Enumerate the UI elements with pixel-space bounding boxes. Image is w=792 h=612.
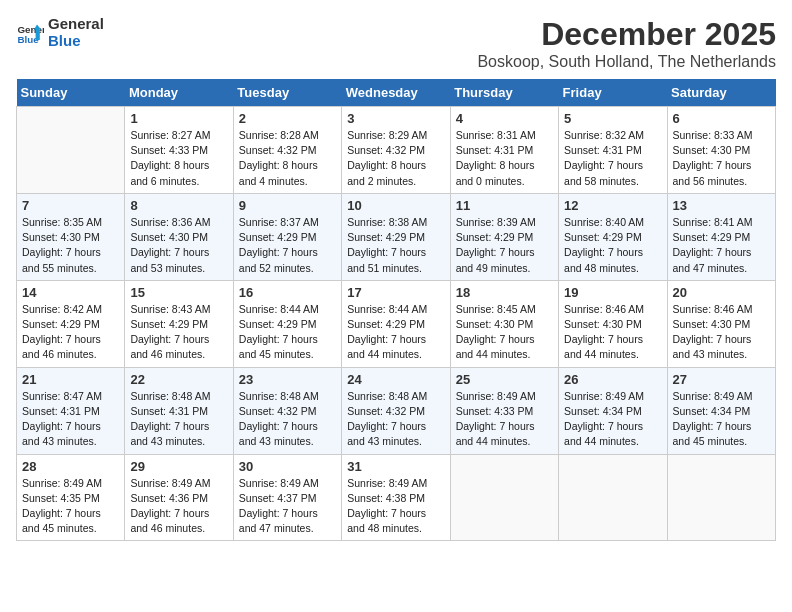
calendar-cell: 10Sunrise: 8:38 AM Sunset: 4:29 PM Dayli…: [342, 193, 450, 280]
day-number: 2: [239, 111, 336, 126]
day-info: Sunrise: 8:46 AM Sunset: 4:30 PM Dayligh…: [564, 302, 661, 363]
day-number: 15: [130, 285, 227, 300]
day-info: Sunrise: 8:46 AM Sunset: 4:30 PM Dayligh…: [673, 302, 770, 363]
calendar-body: 1Sunrise: 8:27 AM Sunset: 4:33 PM Daylig…: [17, 107, 776, 541]
day-info: Sunrise: 8:44 AM Sunset: 4:29 PM Dayligh…: [239, 302, 336, 363]
calendar-cell: [667, 454, 775, 541]
day-number: 8: [130, 198, 227, 213]
calendar-cell: 30Sunrise: 8:49 AM Sunset: 4:37 PM Dayli…: [233, 454, 341, 541]
day-info: Sunrise: 8:48 AM Sunset: 4:32 PM Dayligh…: [239, 389, 336, 450]
calendar-week-row: 21Sunrise: 8:47 AM Sunset: 4:31 PM Dayli…: [17, 367, 776, 454]
month-title: December 2025: [477, 16, 776, 53]
calendar-cell: 18Sunrise: 8:45 AM Sunset: 4:30 PM Dayli…: [450, 280, 558, 367]
calendar-cell: 7Sunrise: 8:35 AM Sunset: 4:30 PM Daylig…: [17, 193, 125, 280]
day-number: 5: [564, 111, 661, 126]
calendar-week-row: 14Sunrise: 8:42 AM Sunset: 4:29 PM Dayli…: [17, 280, 776, 367]
weekday-header: Saturday: [667, 79, 775, 107]
calendar-cell: 14Sunrise: 8:42 AM Sunset: 4:29 PM Dayli…: [17, 280, 125, 367]
logo-icon: General Blue: [16, 19, 44, 47]
calendar-cell: 5Sunrise: 8:32 AM Sunset: 4:31 PM Daylig…: [559, 107, 667, 194]
calendar-cell: 19Sunrise: 8:46 AM Sunset: 4:30 PM Dayli…: [559, 280, 667, 367]
calendar-cell: [559, 454, 667, 541]
day-number: 4: [456, 111, 553, 126]
day-number: 29: [130, 459, 227, 474]
day-number: 11: [456, 198, 553, 213]
day-info: Sunrise: 8:49 AM Sunset: 4:33 PM Dayligh…: [456, 389, 553, 450]
calendar-cell: 25Sunrise: 8:49 AM Sunset: 4:33 PM Dayli…: [450, 367, 558, 454]
logo-line2: Blue: [48, 33, 104, 50]
day-number: 24: [347, 372, 444, 387]
calendar-cell: 4Sunrise: 8:31 AM Sunset: 4:31 PM Daylig…: [450, 107, 558, 194]
title-block: December 2025 Boskoop, South Holland, Th…: [477, 16, 776, 71]
location-subtitle: Boskoop, South Holland, The Netherlands: [477, 53, 776, 71]
day-number: 6: [673, 111, 770, 126]
calendar-cell: 17Sunrise: 8:44 AM Sunset: 4:29 PM Dayli…: [342, 280, 450, 367]
day-info: Sunrise: 8:49 AM Sunset: 4:34 PM Dayligh…: [564, 389, 661, 450]
day-number: 20: [673, 285, 770, 300]
calendar-week-row: 1Sunrise: 8:27 AM Sunset: 4:33 PM Daylig…: [17, 107, 776, 194]
calendar-cell: 28Sunrise: 8:49 AM Sunset: 4:35 PM Dayli…: [17, 454, 125, 541]
day-number: 13: [673, 198, 770, 213]
calendar-cell: 12Sunrise: 8:40 AM Sunset: 4:29 PM Dayli…: [559, 193, 667, 280]
day-number: 30: [239, 459, 336, 474]
calendar-cell: 9Sunrise: 8:37 AM Sunset: 4:29 PM Daylig…: [233, 193, 341, 280]
day-number: 25: [456, 372, 553, 387]
day-info: Sunrise: 8:49 AM Sunset: 4:38 PM Dayligh…: [347, 476, 444, 537]
day-info: Sunrise: 8:31 AM Sunset: 4:31 PM Dayligh…: [456, 128, 553, 189]
day-info: Sunrise: 8:27 AM Sunset: 4:33 PM Dayligh…: [130, 128, 227, 189]
day-number: 28: [22, 459, 119, 474]
day-number: 26: [564, 372, 661, 387]
day-info: Sunrise: 8:35 AM Sunset: 4:30 PM Dayligh…: [22, 215, 119, 276]
day-number: 19: [564, 285, 661, 300]
day-number: 18: [456, 285, 553, 300]
day-info: Sunrise: 8:39 AM Sunset: 4:29 PM Dayligh…: [456, 215, 553, 276]
calendar-cell: 3Sunrise: 8:29 AM Sunset: 4:32 PM Daylig…: [342, 107, 450, 194]
logo: General Blue General Blue: [16, 16, 104, 49]
day-info: Sunrise: 8:47 AM Sunset: 4:31 PM Dayligh…: [22, 389, 119, 450]
calendar-cell: [17, 107, 125, 194]
day-info: Sunrise: 8:38 AM Sunset: 4:29 PM Dayligh…: [347, 215, 444, 276]
day-number: 7: [22, 198, 119, 213]
day-info: Sunrise: 8:29 AM Sunset: 4:32 PM Dayligh…: [347, 128, 444, 189]
day-info: Sunrise: 8:43 AM Sunset: 4:29 PM Dayligh…: [130, 302, 227, 363]
calendar-cell: 29Sunrise: 8:49 AM Sunset: 4:36 PM Dayli…: [125, 454, 233, 541]
calendar-cell: 26Sunrise: 8:49 AM Sunset: 4:34 PM Dayli…: [559, 367, 667, 454]
day-info: Sunrise: 8:49 AM Sunset: 4:36 PM Dayligh…: [130, 476, 227, 537]
day-number: 21: [22, 372, 119, 387]
day-info: Sunrise: 8:49 AM Sunset: 4:37 PM Dayligh…: [239, 476, 336, 537]
day-number: 9: [239, 198, 336, 213]
day-number: 17: [347, 285, 444, 300]
calendar-table: SundayMondayTuesdayWednesdayThursdayFrid…: [16, 79, 776, 541]
day-info: Sunrise: 8:49 AM Sunset: 4:35 PM Dayligh…: [22, 476, 119, 537]
weekday-header: Monday: [125, 79, 233, 107]
calendar-cell: 22Sunrise: 8:48 AM Sunset: 4:31 PM Dayli…: [125, 367, 233, 454]
day-info: Sunrise: 8:37 AM Sunset: 4:29 PM Dayligh…: [239, 215, 336, 276]
logo-line1: General: [48, 16, 104, 33]
calendar-cell: 23Sunrise: 8:48 AM Sunset: 4:32 PM Dayli…: [233, 367, 341, 454]
day-number: 14: [22, 285, 119, 300]
calendar-header-row: SundayMondayTuesdayWednesdayThursdayFrid…: [17, 79, 776, 107]
calendar-cell: 15Sunrise: 8:43 AM Sunset: 4:29 PM Dayli…: [125, 280, 233, 367]
day-info: Sunrise: 8:49 AM Sunset: 4:34 PM Dayligh…: [673, 389, 770, 450]
calendar-week-row: 28Sunrise: 8:49 AM Sunset: 4:35 PM Dayli…: [17, 454, 776, 541]
day-info: Sunrise: 8:36 AM Sunset: 4:30 PM Dayligh…: [130, 215, 227, 276]
weekday-header: Wednesday: [342, 79, 450, 107]
day-info: Sunrise: 8:28 AM Sunset: 4:32 PM Dayligh…: [239, 128, 336, 189]
calendar-cell: [450, 454, 558, 541]
calendar-cell: 2Sunrise: 8:28 AM Sunset: 4:32 PM Daylig…: [233, 107, 341, 194]
day-info: Sunrise: 8:45 AM Sunset: 4:30 PM Dayligh…: [456, 302, 553, 363]
calendar-cell: 27Sunrise: 8:49 AM Sunset: 4:34 PM Dayli…: [667, 367, 775, 454]
weekday-header: Friday: [559, 79, 667, 107]
day-number: 12: [564, 198, 661, 213]
calendar-cell: 11Sunrise: 8:39 AM Sunset: 4:29 PM Dayli…: [450, 193, 558, 280]
day-number: 31: [347, 459, 444, 474]
day-number: 1: [130, 111, 227, 126]
day-info: Sunrise: 8:48 AM Sunset: 4:32 PM Dayligh…: [347, 389, 444, 450]
day-number: 23: [239, 372, 336, 387]
calendar-cell: 31Sunrise: 8:49 AM Sunset: 4:38 PM Dayli…: [342, 454, 450, 541]
day-info: Sunrise: 8:40 AM Sunset: 4:29 PM Dayligh…: [564, 215, 661, 276]
day-info: Sunrise: 8:42 AM Sunset: 4:29 PM Dayligh…: [22, 302, 119, 363]
calendar-cell: 24Sunrise: 8:48 AM Sunset: 4:32 PM Dayli…: [342, 367, 450, 454]
calendar-cell: 8Sunrise: 8:36 AM Sunset: 4:30 PM Daylig…: [125, 193, 233, 280]
calendar-cell: 13Sunrise: 8:41 AM Sunset: 4:29 PM Dayli…: [667, 193, 775, 280]
